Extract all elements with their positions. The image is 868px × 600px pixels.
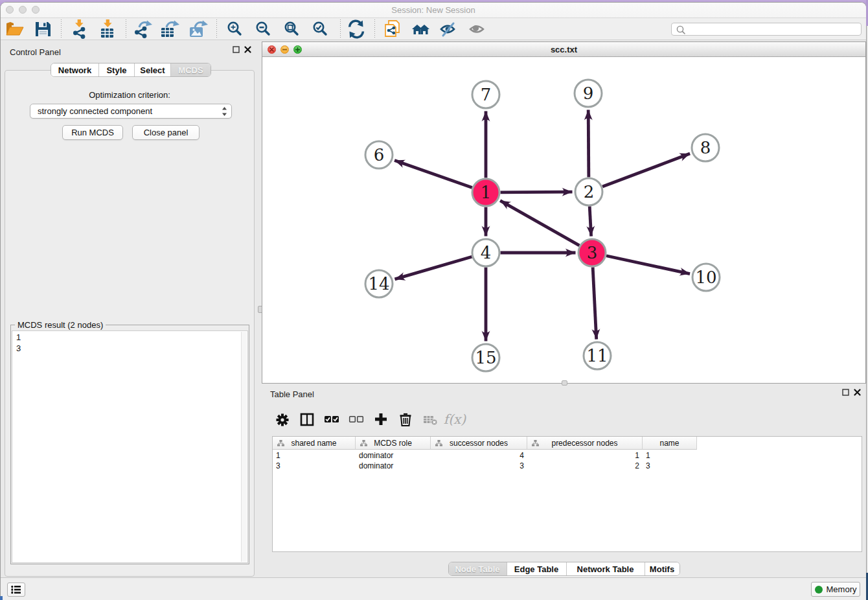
graph-node-14[interactable]: 14 (365, 270, 393, 297)
close-panel-icon[interactable] (244, 46, 251, 53)
search-input[interactable] (687, 24, 858, 36)
export-network-button[interactable] (131, 18, 154, 40)
function-builder-button[interactable]: f(x) (442, 406, 467, 433)
show-all-button[interactable] (466, 18, 490, 40)
close-panel-button[interactable]: Close panel (132, 125, 200, 140)
node-attribute-icon (435, 440, 442, 446)
add-column-icon (372, 411, 389, 428)
edge-1-2[interactable] (500, 192, 572, 192)
add-column-button[interactable] (369, 406, 393, 433)
select-all-columns-button[interactable] (319, 406, 344, 433)
save-session-button[interactable] (31, 18, 54, 40)
table-options-button[interactable] (270, 406, 295, 433)
export-table-button[interactable] (158, 18, 181, 40)
criterion-select[interactable]: strongly connected component (30, 104, 232, 119)
graph-node-3[interactable]: 3 (578, 239, 606, 266)
table-cell[interactable]: 2 (527, 461, 643, 471)
float-table-panel-icon[interactable] (842, 389, 849, 396)
show-all-icon (468, 19, 488, 39)
import-table-button[interactable] (96, 18, 119, 40)
table-cell[interactable]: 4 (431, 450, 527, 461)
show-column-pane-button[interactable] (295, 406, 319, 433)
table-cell[interactable]: 1 (643, 450, 697, 461)
horizontal-splitter-grip[interactable] (562, 380, 567, 386)
table-row[interactable]: 3dominator323 (273, 461, 697, 471)
column-header-MCDS-role[interactable]: MCDS role (356, 437, 431, 450)
table-cell[interactable]: 1 (527, 450, 643, 461)
export-network-icon (132, 19, 153, 39)
edge-3-1[interactable] (500, 201, 579, 246)
column-header-successor-nodes[interactable]: successor nodes (431, 437, 527, 450)
column-header-shared-name[interactable]: shared name (273, 437, 356, 450)
memory-button[interactable]: Memory (811, 582, 860, 597)
column-header-label: MCDS role (374, 439, 412, 448)
toolbar-separator (216, 19, 217, 38)
node-label: 4 (481, 243, 492, 262)
open-file-button[interactable] (3, 18, 27, 40)
column-header-label: predecessor nodes (551, 439, 617, 448)
table-cell[interactable]: 1 (273, 450, 356, 461)
tab-style[interactable]: Style (99, 63, 135, 76)
export-image-button[interactable] (187, 18, 210, 40)
task-history-button[interactable] (7, 583, 25, 597)
mcds-result-item[interactable]: 3 (12, 343, 247, 354)
edge-3-11[interactable] (593, 267, 597, 339)
edge-2-8[interactable] (602, 154, 690, 187)
graph-node-10[interactable]: 10 (692, 264, 720, 291)
delete-table-button[interactable] (418, 406, 442, 433)
mcds-result-list[interactable]: 13 (12, 330, 248, 563)
column-header-name[interactable]: name (643, 437, 697, 450)
tab-node-table[interactable]: Node Table (449, 562, 507, 575)
delete-columns-button[interactable] (393, 406, 418, 433)
apply-layout-button[interactable] (345, 18, 368, 40)
zoom-selected-button[interactable] (309, 18, 332, 40)
import-table-icon (97, 19, 118, 39)
edge-1-6[interactable] (394, 160, 472, 187)
control-panel-tabs: NetworkStyleSelectMCDS (51, 63, 211, 77)
result-scrollbar[interactable] (241, 332, 247, 562)
zoom-fit-button[interactable] (280, 18, 304, 40)
float-panel-icon[interactable] (233, 46, 240, 53)
edge-4-14[interactable] (394, 257, 472, 279)
tab-select[interactable]: Select (135, 63, 171, 76)
column-header-predecessor-nodes[interactable]: predecessor nodes (527, 437, 643, 450)
tab-network-table[interactable]: Network Table (567, 562, 645, 575)
duplicate-network-button[interactable] (381, 18, 404, 40)
tab-motifs[interactable]: Motifs (645, 562, 680, 575)
edge-2-3[interactable] (589, 206, 591, 236)
graph-node-2[interactable]: 2 (575, 178, 602, 205)
graph-node-9[interactable]: 9 (575, 80, 602, 107)
zoom-in-button[interactable] (223, 18, 247, 40)
first-neighbors-button[interactable] (409, 18, 433, 40)
zoom-out-button[interactable] (252, 18, 275, 40)
mcds-result-item[interactable]: 1 (12, 331, 247, 343)
network-canvas[interactable]: 1234678910111415 (262, 57, 865, 383)
graph-node-8[interactable]: 8 (692, 134, 719, 161)
window-title: Session: New Session (1, 5, 866, 15)
tab-edge-table[interactable]: Edge Table (507, 562, 567, 575)
table-cell[interactable]: 3 (431, 461, 527, 471)
table-cell[interactable]: dominator (356, 450, 431, 461)
edge-3-10[interactable] (606, 256, 690, 274)
tab-mcds[interactable]: MCDS (171, 63, 211, 76)
graph-node-4[interactable]: 4 (472, 239, 499, 266)
run-mcds-button[interactable]: Run MCDS (62, 125, 123, 140)
graph-node-1[interactable]: 1 (472, 179, 499, 206)
tab-network[interactable]: Network (51, 63, 99, 76)
import-network-button[interactable] (67, 18, 91, 40)
hide-selected-button[interactable] (437, 18, 461, 40)
unselect-all-columns-button[interactable] (344, 406, 369, 433)
table-row[interactable]: 1dominator411 (273, 450, 697, 461)
table-cell[interactable]: dominator (356, 461, 431, 471)
graph-node-15[interactable]: 15 (472, 344, 499, 371)
close-table-panel-icon[interactable] (854, 389, 861, 396)
table-cell[interactable]: 3 (273, 461, 356, 471)
node-label: 14 (368, 274, 389, 294)
edge-2-9[interactable] (588, 110, 589, 177)
graph-node-6[interactable]: 6 (365, 141, 393, 168)
table-cell[interactable]: 3 (643, 461, 697, 471)
network-graph[interactable]: 1234678910111415 (262, 57, 865, 383)
graph-node-11[interactable]: 11 (584, 342, 611, 369)
mcds-result-box: MCDS result (2 nodes) 13 (10, 325, 249, 564)
graph-node-7[interactable]: 7 (472, 81, 499, 108)
